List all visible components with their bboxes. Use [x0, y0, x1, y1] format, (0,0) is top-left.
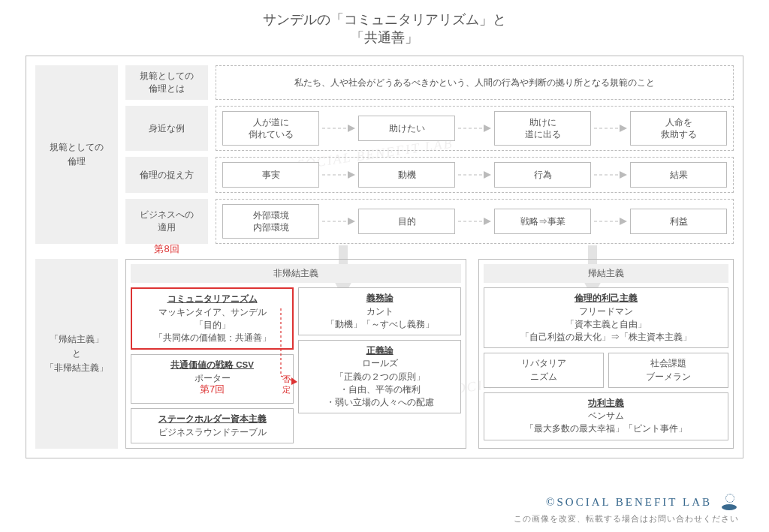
- section-ethics-as-norm: 規範としての 倫理 規範としての 倫理とは私たち、人や社会がどうあるべきかという…: [35, 65, 734, 244]
- theory-card: 正義論ロールズ「正義の２つの原則」・自由、平等の権利・弱い立場の人々への配慮: [298, 340, 461, 413]
- card-line: ・弱い立場の人々への配慮: [302, 396, 457, 409]
- theory-card: 倫理的利己主義フリードマン「資本主義と自由」「自己利益の最大化」⇒「株主資本主義…: [484, 287, 728, 348]
- card-line: カント: [302, 305, 457, 318]
- card-heading: 共通価値の戦略 CSV: [134, 359, 290, 371]
- theory-card: 共通価値の戦略 CSVポーター第7回: [131, 354, 294, 404]
- theory-card: リバタリア ニズム: [484, 353, 604, 388]
- card-line: ビジネスラウンドテーブル: [134, 426, 290, 439]
- arrow-right-icon: [322, 124, 355, 133]
- section1-row: 倫理の捉え方事実動機行為結果: [125, 157, 734, 193]
- theory-card: 功利主義ベンサム「最大多数の最大幸福」「ピント事件」: [484, 392, 728, 440]
- arrow-right-icon: [594, 124, 627, 133]
- card-line: 「自己利益の最大化」⇒「株主資本主義」: [487, 331, 725, 344]
- theory-card: ステークホルダー資本主義ビジネスラウンドテーブル: [131, 408, 294, 443]
- card-line: ・自由、平等の権利: [302, 383, 457, 396]
- card-line: 「動機」「～すべし義務」: [302, 318, 457, 331]
- arrow-right-icon: [458, 170, 491, 179]
- card-line: ベンサム: [487, 410, 725, 422]
- sub-row: リバタリア ニズム社会課題 ブーメラン: [484, 353, 728, 388]
- flow-node: 行為: [494, 162, 591, 188]
- flow-node: 人が道に 倒れている: [222, 111, 319, 146]
- card-heading: 功利主義: [487, 397, 725, 410]
- column-non-consequentialism: 非帰結主義 コミュニタリアニズムマッキンタイア、サンデル「目的」「共同体の価値観…: [125, 259, 466, 449]
- arrow-right-icon: [458, 124, 491, 133]
- column-consequentialism: 帰結主義 倫理的利己主義フリードマン「資本主義と自由」「自己利益の最大化」⇒「株…: [478, 259, 734, 449]
- flow-row: 事実動機行為結果: [216, 157, 734, 193]
- theory-card: 社会課題 ブーメラン: [608, 353, 728, 388]
- flow-node: 外部環境 内部環境: [222, 204, 319, 239]
- flow-node: 結果: [630, 162, 727, 188]
- theory-card: 義務論カント「動機」「～すべし義務」: [298, 287, 461, 335]
- card-line: 「最大多数の最大幸福」「ピント事件」: [487, 422, 725, 435]
- section2-label: 「帰結主義」 と 「非帰結主義」: [35, 259, 118, 449]
- card-line: フリードマン: [487, 305, 725, 318]
- card-heading: 正義論: [302, 344, 457, 357]
- title-line2: 「共通善」: [0, 29, 769, 47]
- card-line: リバタリア ニズム: [487, 357, 600, 383]
- arrow-right-icon: [594, 217, 627, 226]
- arrow-right-icon: [322, 217, 355, 226]
- brand-text: ©SOCIAL BENEFIT LAB: [546, 496, 712, 509]
- flow-row: 外部環境 内部環境目的戦略⇒事業利益: [216, 199, 734, 244]
- card-line: ロールズ: [302, 357, 457, 370]
- flow-node: 目的: [358, 209, 455, 234]
- card-line: 「目的」: [135, 319, 289, 332]
- card-heading: ステークホルダー資本主義: [134, 413, 290, 425]
- card-heading: 義務論: [302, 292, 457, 305]
- lesson-tag: 第7回: [134, 382, 290, 397]
- theory-card: コミュニタリアニズムマッキンタイア、サンデル「目的」「共同体の価値観：共通善」: [131, 287, 294, 350]
- section1-row: 身近な例人が道に 倒れている助けたい助けに 道に出る人命を 救助する: [125, 106, 734, 151]
- card-line: マッキンタイア、サンデル: [135, 306, 289, 319]
- arrow-right-icon: [594, 170, 627, 179]
- row-label: 倫理の捉え方: [125, 157, 208, 193]
- arrow-right-icon: [458, 217, 491, 226]
- flow-node: 動機: [358, 162, 455, 188]
- title-line1: サンデルの「コミュニタリアリズム」と: [0, 11, 769, 29]
- footer-note: この画像を改変、転載する場合はお問い合わせください: [514, 513, 739, 524]
- flow-node: 助けに 道に出る: [494, 111, 591, 146]
- flow-node: 戦略⇒事業: [494, 209, 591, 234]
- card-heading: コミュニタリアニズム: [135, 293, 289, 305]
- flow-node: 助けたい: [358, 116, 455, 141]
- row-text: 私たち、人や社会がどうあるべきかという、人間の行為や判断の拠り所となる規範のこと: [216, 65, 734, 100]
- logo-icon: [719, 494, 739, 510]
- section1-label: 規範としての 倫理: [35, 65, 118, 244]
- row-label: 身近な例: [125, 106, 208, 151]
- col-header: 非帰結主義: [131, 264, 461, 283]
- card-line: 「資本主義と自由」: [487, 318, 725, 331]
- brand: ©SOCIAL BENEFIT LAB: [546, 494, 739, 510]
- page-title: サンデルの「コミュニタリアリズム」と 「共通善」: [0, 0, 769, 50]
- arrow-right-icon: [322, 170, 355, 179]
- col-header: 帰結主義: [484, 264, 728, 283]
- flow-node: 人命を 救助する: [630, 111, 727, 146]
- section-consequentialism: 「帰結主義」 と 「非帰結主義」 非帰結主義 コミュニタリアニズムマッキンタイア…: [35, 259, 734, 449]
- row-label: 規範としての 倫理とは: [125, 65, 208, 100]
- row-label: ビジネスへの 適用第8回: [125, 199, 208, 244]
- flow-node: 利益: [630, 209, 727, 234]
- lesson-tag: 第8回: [154, 242, 179, 256]
- section1-row: ビジネスへの 適用第8回外部環境 内部環境目的戦略⇒事業利益: [125, 199, 734, 244]
- card-line: 「共同体の価値観：共通善」: [135, 332, 289, 344]
- diagram-frame: SOCIAL BENEFIT LAB SOCIAL BENEFIT LAB 規範…: [26, 56, 743, 458]
- card-line: 社会課題 ブーメラン: [612, 357, 725, 383]
- flow-node: 事実: [222, 162, 319, 188]
- footer: ©SOCIAL BENEFIT LAB この画像を改変、転載する場合はお問い合わ…: [514, 494, 739, 524]
- flow-row: 人が道に 倒れている助けたい助けに 道に出る人命を 救助する: [216, 106, 734, 151]
- card-heading: 倫理的利己主義: [487, 292, 725, 305]
- section1-row: 規範としての 倫理とは私たち、人や社会がどうあるべきかという、人間の行為や判断の…: [125, 65, 734, 100]
- card-line: 「正義の２つの原則」: [302, 371, 457, 383]
